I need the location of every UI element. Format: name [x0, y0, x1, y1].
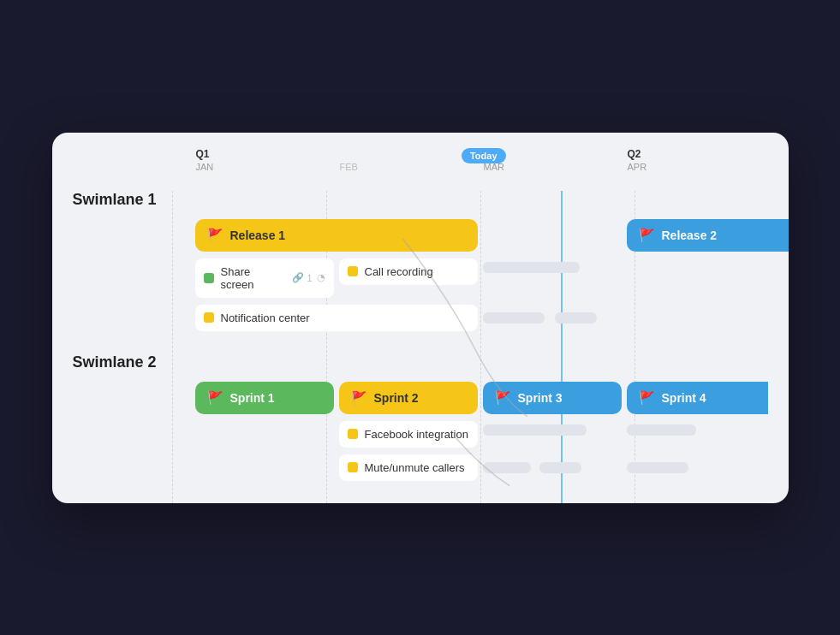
notification-center-cell[interactable]: Notification center	[193, 303, 480, 333]
release2-bar[interactable]: 🚩 Release 2	[627, 219, 789, 252]
sprint2-bar[interactable]: 🚩 Sprint 2	[339, 382, 478, 414]
app-container: Q1 JAN FEB Today MAR Q2 APR	[52, 133, 789, 503]
sprint-cols: 🚩 Sprint 1 🚩 Sprint 2 🚩	[193, 380, 768, 416]
meta-count: 1	[307, 273, 312, 283]
col-feb: FEB Today	[337, 148, 480, 172]
mute-label: Mute/unmute callers	[365, 461, 465, 474]
release2-placeholders	[480, 257, 624, 300]
spacer	[73, 303, 193, 333]
link-icon: 🔗	[292, 272, 304, 283]
share-screen-label: Share screen	[221, 265, 286, 291]
mute-cell[interactable]: Mute/unmute callers	[337, 453, 480, 483]
sprint1-bar[interactable]: 🚩 Sprint 1	[195, 382, 334, 414]
sprint3-placeholder-1	[480, 419, 624, 449]
sprint1-task-empty	[193, 419, 337, 449]
spacer	[73, 380, 193, 416]
call-recording-label: Call recording	[365, 265, 433, 278]
swimlane-2: Swimlane 2 🚩 Sprint 1 🚩	[73, 353, 768, 483]
spacer	[73, 453, 193, 483]
spacer	[73, 257, 193, 300]
placeholder-bar-1	[483, 262, 580, 273]
sprint4-placeholder-1	[624, 419, 768, 449]
swimlane-1-title: Swimlane 1	[73, 191, 768, 209]
ph-sprint4-1	[627, 424, 696, 436]
sprint1-label: Sprint 1	[230, 391, 275, 405]
today-badge: Today	[462, 148, 506, 163]
sprint-task-cols-2: Mute/unmute callers	[193, 453, 768, 483]
sprint4-cell[interactable]: 🚩 Sprint 4	[624, 380, 768, 416]
header-spacer	[73, 148, 193, 172]
header-columns: Q1 JAN FEB Today MAR Q2 APR	[193, 148, 768, 172]
sprint2-label: Sprint 2	[374, 391, 419, 405]
tasks-cols-1: Share screen 🔗 1 ◔ Call recording	[193, 257, 768, 300]
sprint4-placeholder-2	[624, 453, 768, 483]
sprint3-flag-icon: 🚩	[495, 390, 511, 406]
release2-placeholder-col4	[624, 257, 768, 300]
gantt-body: Swimlane 1 🚩 Release 1	[52, 191, 789, 503]
notification-center-label: Notification center	[221, 312, 310, 324]
release-gap-col	[480, 217, 624, 253]
sprint1-flag-icon: 🚩	[207, 390, 223, 406]
release1-cell[interactable]: 🚩 Release 1	[193, 217, 480, 253]
tasks-row-1: Share screen 🔗 1 ◔ Call recording	[73, 257, 768, 300]
call-recording-dot	[348, 266, 358, 276]
ph-sprint4-2	[627, 462, 689, 473]
call-recording-task[interactable]: Call recording	[339, 258, 478, 285]
release1-flag-icon: 🚩	[207, 228, 223, 243]
ph-sprint3-2a	[483, 462, 532, 473]
spacer	[73, 419, 193, 449]
sprint3-label: Sprint 3	[518, 391, 563, 405]
facebook-cell[interactable]: Facebook integration	[337, 419, 480, 449]
facebook-label: Facebook integration	[365, 428, 468, 441]
sprint3-bar[interactable]: 🚩 Sprint 3	[483, 382, 622, 414]
share-screen-task[interactable]: Share screen 🔗 1 ◔	[195, 258, 334, 298]
swimlane-2-title: Swimlane 2	[73, 353, 768, 371]
sprint2-cell[interactable]: 🚩 Sprint 2	[337, 380, 480, 416]
sprint3-placeholder-2	[480, 453, 624, 483]
spacer	[73, 217, 193, 253]
release1-bar[interactable]: 🚩 Release 1	[195, 219, 478, 252]
apr-label: APR	[628, 162, 768, 172]
share-screen-meta: 🔗 1 ◔	[292, 272, 325, 283]
sprint-tasks-row-1: Facebook integration	[73, 419, 768, 449]
sprint1-task-empty-2	[193, 453, 337, 483]
sprint2-flag-icon: 🚩	[351, 390, 367, 406]
q1-label: Q1	[196, 148, 337, 160]
sprint4-bar[interactable]: 🚩 Sprint 4	[627, 382, 768, 414]
release-cols-1: 🚩 Release 1 🚩 Release 2	[193, 217, 768, 253]
call-recording-cell[interactable]: Call recording	[337, 257, 480, 300]
release2-label: Release 2	[662, 228, 718, 242]
feb-label: FEB	[340, 162, 480, 172]
col-q1: Q1 JAN	[193, 148, 337, 172]
release1-label: Release 1	[230, 228, 286, 242]
placeholder-small2	[555, 312, 597, 323]
ph-sprint3-2b	[539, 462, 581, 473]
mute-dot	[348, 462, 358, 472]
notification-center-task[interactable]: Notification center	[195, 305, 478, 331]
release2-cell[interactable]: 🚩 Release 2	[624, 217, 768, 253]
sprint-tasks-row-2: Mute/unmute callers	[73, 453, 768, 483]
share-screen-cell[interactable]: Share screen 🔗 1 ◔	[193, 257, 337, 300]
facebook-dot	[348, 429, 358, 439]
tasks-cols-2: Notification center	[193, 303, 768, 333]
sprint4-label: Sprint 4	[662, 391, 706, 405]
r2-ph-row2-col4	[624, 303, 768, 333]
facebook-task[interactable]: Facebook integration	[339, 421, 478, 448]
sprint4-flag-icon: 🚩	[639, 390, 655, 406]
today-badge-wrapper: Today	[462, 148, 506, 163]
swimlane-separator	[73, 336, 768, 353]
gantt-header: Q1 JAN FEB Today MAR Q2 APR	[52, 133, 789, 177]
r2-ph-row2-col3	[480, 303, 624, 333]
progress-icon: ◔	[317, 272, 325, 283]
sprint-release-row: 🚩 Sprint 1 🚩 Sprint 2 🚩	[73, 380, 768, 416]
mute-task[interactable]: Mute/unmute callers	[339, 454, 478, 481]
jan-label: JAN	[196, 162, 337, 172]
sprint3-cell[interactable]: 🚩 Sprint 3	[480, 380, 624, 416]
swimlane-1: Swimlane 1 🚩 Release 1	[73, 191, 768, 333]
sprint-task-cols-1: Facebook integration	[193, 419, 768, 449]
notification-center-dot	[204, 312, 214, 323]
col-q2: Q2 APR	[624, 148, 768, 172]
sprint1-cell[interactable]: 🚩 Sprint 1	[193, 380, 337, 416]
q2-label: Q2	[628, 148, 768, 160]
release2-flag-icon: 🚩	[639, 228, 655, 243]
